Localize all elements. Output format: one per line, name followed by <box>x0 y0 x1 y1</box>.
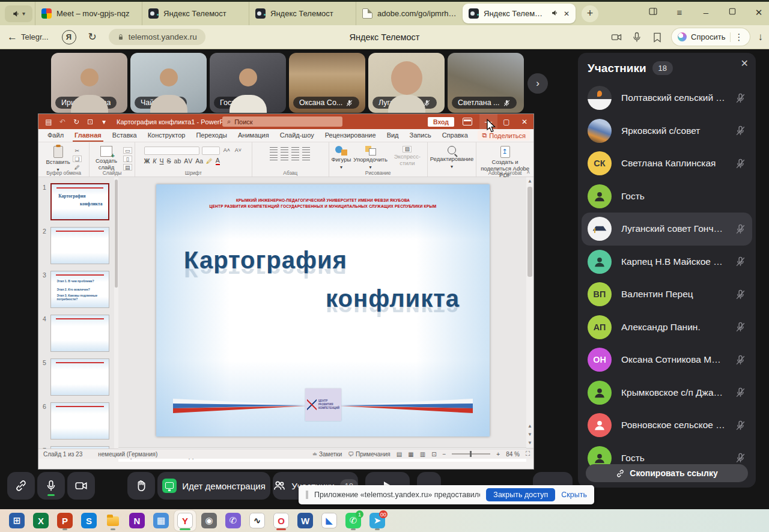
ppt-close-button[interactable]: ✕ <box>515 114 533 129</box>
panels-icon[interactable] <box>648 7 658 18</box>
zoom-out-icon[interactable]: − <box>443 451 446 458</box>
minimize-icon[interactable]: – <box>701 7 711 17</box>
invite-link-button[interactable] <box>7 472 35 500</box>
video-tile[interactable]: Ирина Забара <box>51 53 127 113</box>
grow-font-icon[interactable]: А˄ <box>222 147 231 153</box>
paste-button[interactable]: Вставить▾ <box>46 145 70 172</box>
zoom-slider[interactable] <box>452 453 490 455</box>
video-tile[interactable]: Оксана Со... <box>289 53 365 113</box>
taskbar-icon[interactable]: W <box>294 510 316 531</box>
align-left-icon[interactable] <box>270 155 278 161</box>
ribbon-tab[interactable]: Конструктор <box>142 130 191 142</box>
video-call-icon[interactable] <box>610 31 622 43</box>
italic-button[interactable]: К <box>153 157 156 165</box>
url-field[interactable]: telemost.yandex.ru <box>109 29 205 45</box>
ribbon-tab[interactable]: Слайд-шоу <box>275 130 320 142</box>
video-tile[interactable]: Гость <box>210 53 286 113</box>
participant-row[interactable]: Гость <box>578 442 756 467</box>
ribbon-tab[interactable]: Вид <box>381 130 404 142</box>
mic-icon[interactable] <box>631 31 643 43</box>
tab-close-icon[interactable]: ✕ <box>564 10 570 18</box>
taskbar-icon[interactable]: ◣ <box>318 510 340 531</box>
thumbnail-scrollbar[interactable] <box>114 177 118 459</box>
video-tile[interactable]: Чайкино <box>130 53 207 113</box>
maximize-icon[interactable] <box>727 7 738 18</box>
strikethrough-button[interactable]: S <box>167 157 171 165</box>
bullets-icon[interactable] <box>270 147 278 153</box>
slide-scrollbar[interactable]: ▲ ▲▼▼ <box>526 177 533 447</box>
taskbar-icon[interactable]: Y <box>174 510 196 531</box>
bookmark-icon[interactable] <box>651 31 663 43</box>
copy-icon[interactable]: ❏ <box>73 156 82 162</box>
back-button[interactable]: ← Telegr... <box>7 31 49 43</box>
ribbon-tab[interactable]: Запись <box>404 130 437 142</box>
cut-icon[interactable]: ✂ <box>73 147 82 154</box>
sign-in-button[interactable]: Вход <box>428 117 454 127</box>
browser-tab[interactable]: adobe.com/go/ipmrhpacr... ✕ <box>356 2 463 25</box>
browser-tab[interactable]: Meet – mov-gpjs-nqz ✕ <box>35 2 142 25</box>
taskbar-icon[interactable]: ◉ <box>198 510 220 531</box>
undo-icon[interactable]: ↶ <box>58 118 67 126</box>
downloads-icon[interactable]: ↓ <box>758 31 764 43</box>
taskbar-icon[interactable]: ▦ <box>150 510 172 531</box>
participant-row[interactable]: АП Александр Панин. <box>578 311 756 344</box>
taskbar-icon[interactable]: P <box>54 510 76 531</box>
panel-close-icon[interactable]: ✕ <box>741 58 749 69</box>
ppt-share-button[interactable]: ⧉ Поделиться <box>478 130 530 141</box>
slideshow-icon[interactable]: ⊡ <box>86 118 94 126</box>
collapse-ribbon-icon[interactable]: ˄ <box>527 169 530 175</box>
slide-sorter-icon[interactable]: ▦ <box>408 451 413 458</box>
taskbar-icon[interactable]: N <box>126 510 148 531</box>
font-size-select[interactable] <box>202 147 220 155</box>
comments-toggle[interactable]: 🗩 Примечания <box>348 451 391 458</box>
ribbon-tab[interactable]: Вставка <box>107 130 142 142</box>
shrink-font-icon[interactable]: А˅ <box>234 147 243 153</box>
taskbar-icon[interactable]: ⊞ <box>6 510 28 531</box>
ppt-minimize-button[interactable]: — <box>479 114 497 129</box>
ribbon-tab[interactable]: Переходы <box>190 130 233 142</box>
video-tile[interactable]: Светлана ... <box>448 53 524 113</box>
taskbar-icon[interactable]: ✆ <box>222 510 244 531</box>
slide-thumbnail[interactable]: 4 <box>38 315 114 352</box>
ppt-search-box[interactable]: ⌕ Поиск <box>222 116 342 127</box>
align-center-icon[interactable] <box>281 155 288 161</box>
copy-link-button[interactable]: Скопировать ссылку <box>586 464 748 482</box>
line-spacing-icon[interactable] <box>302 147 310 153</box>
participant-row[interactable]: Ровновское сельское посел... <box>578 409 756 442</box>
indent-decrease-icon[interactable] <box>291 147 299 153</box>
taskbar-icon[interactable]: ➤ 00 <box>366 510 388 531</box>
mic-button[interactable] <box>37 472 65 500</box>
raise-hand-button[interactable] <box>127 472 155 500</box>
ribbon-tab[interactable]: Рецензирование <box>320 130 381 142</box>
zoom-in-icon[interactable]: + <box>496 451 500 458</box>
columns-icon[interactable] <box>302 155 310 161</box>
taskbar-icon[interactable]: ∿ <box>246 510 268 531</box>
hide-link[interactable]: Скрыть <box>561 491 587 499</box>
taskbar-icon[interactable]: X <box>30 510 52 531</box>
participant-row[interactable]: Луганский совет Гонча... <box>582 213 752 246</box>
language-indicator[interactable]: немецкий (Германия) <box>98 451 157 458</box>
reload-icon[interactable]: ↻ <box>88 31 97 43</box>
underline-button[interactable]: Ч <box>160 157 164 165</box>
slide[interactable]: КРЫМКИЙ ИНЖЕНЕРНО-ПЕДАГОГИЧЕСКИЙ УНИВЕРС… <box>156 184 490 437</box>
layout-icon[interactable]: ▭ <box>123 147 132 154</box>
slide-thumbnail[interactable]: 2 <box>38 227 114 264</box>
ribbon-tab[interactable]: Справка <box>437 130 473 142</box>
participant-row[interactable]: ОН Оксана Сотникова Мичури... <box>578 343 756 376</box>
taskbar-icon[interactable]: S <box>78 510 100 531</box>
participant-row[interactable]: Ярковский с/совет <box>578 115 756 148</box>
reset-icon[interactable]: ▯ <box>123 156 132 162</box>
slide-thumbnail[interactable]: 1 Картография конфликта <box>38 183 114 220</box>
font-color-button[interactable]: А <box>216 157 220 165</box>
highlight-button[interactable]: 🖉 <box>206 157 213 165</box>
ribbon-options-icon[interactable] <box>463 118 472 125</box>
qat-chevron-icon[interactable]: ▾ <box>100 118 108 126</box>
tab-audio-button[interactable]: ▾ <box>5 5 32 22</box>
screen-share-status-button[interactable]: Идет демонстрация <box>157 472 270 500</box>
ribbon-tab[interactable]: Анимация <box>233 130 275 142</box>
shadow-button[interactable]: ab <box>174 157 181 165</box>
char-spacing-button[interactable]: АV <box>184 157 192 165</box>
browser-tab[interactable]: Яндекс Телемост ✕ <box>463 4 576 23</box>
bold-button[interactable]: Ж <box>144 157 150 165</box>
kebab-menu-icon[interactable]: ⋮ <box>735 32 744 43</box>
